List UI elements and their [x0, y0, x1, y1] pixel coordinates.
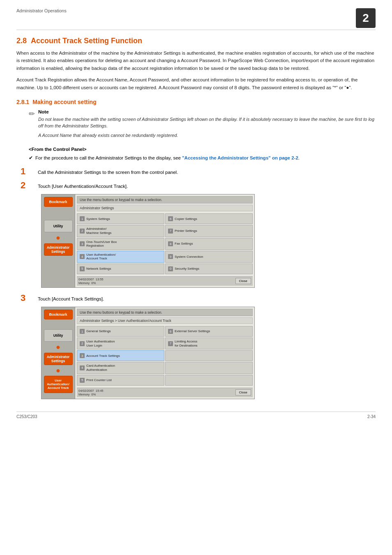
screen2-item-4-num: 4	[80, 365, 85, 370]
screen2-item-7-num: 7	[168, 341, 173, 346]
screen2-item-1-num: 1	[80, 329, 85, 334]
screen1-item-6[interactable]: 6 Copier Settings	[165, 213, 253, 224]
screen2-main: Use the menu buttons or keypad to make a…	[75, 307, 254, 398]
screen2-item-2-num: 2	[80, 341, 85, 346]
screen1-top-bar: Use the menu buttons or keypad to make a…	[77, 196, 253, 204]
subsection-number: 2.8.1	[16, 99, 29, 105]
bullet-text-after: .	[298, 155, 300, 160]
admin-settings-button[interactable]: Administrator Settings	[44, 243, 73, 256]
note-content: Note Do not leave the machine with the s…	[38, 109, 376, 141]
screen1-item-8-num: 8	[168, 241, 173, 246]
section-number: 2.8	[16, 37, 27, 45]
screen2-item-5[interactable]: 5 Print Counter List	[77, 375, 164, 386]
screen2-item-empty1	[165, 350, 253, 361]
screen1-item-7-text: Printer Settings	[175, 229, 197, 233]
step-1: 1 Call the Administrator Settings to the…	[21, 167, 376, 176]
screen2-item-7-text: Limiting Accessfor Destinations	[175, 340, 198, 347]
note-icon: ✏	[29, 110, 35, 118]
screen1-wrapper: Bookmark Utility ● Administrator Setting…	[41, 194, 376, 288]
screen1-bottom-bar: 04/02/2007 13:55Memory 0% Close	[77, 276, 253, 286]
screen1-item-3-num: 3	[80, 241, 85, 246]
screen2-item-3-text: Account Track Settings	[86, 354, 120, 358]
screen1-main: Use the menu buttons or keypad to make a…	[75, 194, 254, 287]
screen2-item-6-num: 6	[168, 329, 173, 334]
screen2-admin-button[interactable]: Administrator Settings	[44, 353, 73, 365]
screen2-item-6-text: External Server Settings	[175, 329, 210, 333]
subsection-title: Making account setting	[32, 99, 97, 105]
bookmark-button[interactable]: Bookmark	[44, 197, 73, 207]
bullet-link[interactable]: "Accessing the Administrator Settings" o…	[182, 155, 298, 160]
screen1-item-8-text: Fax Settings	[175, 242, 193, 246]
screen2-close-button[interactable]: Close	[235, 389, 251, 395]
note-text2: A Account Name that already exists canno…	[38, 132, 376, 139]
bullet-list: For the procedure to call the Administra…	[29, 154, 376, 162]
screen2-item-4[interactable]: 4 Card AuthenticationAuthentication	[77, 362, 164, 374]
screen1-item-3-text: One-Touch/User BoxRegistration	[86, 240, 117, 248]
sidebar-dot2: ●	[56, 344, 60, 350]
screen1-item-2-num: 2	[80, 229, 85, 234]
screen1-item-0[interactable]: 0 Security Settings	[165, 264, 253, 274]
screen1-item-7-num: 7	[168, 229, 173, 234]
screen1-item-1[interactable]: 1 System Settings	[77, 213, 164, 224]
screen1-item-2-text: Administrator/Machine Settings	[86, 227, 111, 235]
step-1-number: 1	[21, 167, 33, 176]
screen2-bookmark-button[interactable]: Bookmark	[44, 310, 73, 319]
screen2-date: 04/02/2007 15:45Memory 0%	[78, 389, 104, 396]
screen2-grid: 1 General Settings 6 External Server Set…	[77, 325, 253, 386]
screen1-item-5-text: Network Settings	[86, 267, 111, 271]
screen1-date: 04/02/2007 13:55Memory 0%	[78, 278, 104, 285]
screen1-item-9-text: System Connection	[175, 255, 203, 259]
screen1-item-0-text: Security Settings	[175, 267, 199, 271]
footer-model: C253/C203	[16, 414, 37, 419]
bullet-text-before: For the procedure to call the Administra…	[35, 155, 182, 160]
screen1-item-4-text: User Authentication/Account Track	[86, 253, 116, 261]
section-body1: When access to the Administrator of the …	[16, 49, 376, 72]
screen1-item-4[interactable]: 4 User Authentication/Account Track	[77, 251, 164, 263]
screen2-item-4-text: Card AuthenticationAuthentication	[86, 364, 115, 372]
screen2-item-2[interactable]: 2 User AuthenticationUser Login	[77, 338, 164, 349]
screen2-item-1[interactable]: 1 General Settings	[77, 326, 164, 337]
screen1-close-button[interactable]: Close	[235, 278, 251, 284]
screen1-item-2[interactable]: 2 Administrator/Machine Settings	[77, 225, 164, 237]
note-text1: Do not leave the machine with the settin…	[38, 116, 376, 130]
utility-button[interactable]: Utility	[44, 220, 73, 232]
step-1-text: Call the Administrator Settings to the s…	[38, 167, 178, 176]
screen2-utility-button[interactable]: Utility	[44, 329, 73, 342]
screen2-item-5-num: 5	[80, 378, 85, 383]
screen2-item-empty3	[165, 375, 253, 386]
screen1-sidebar: Bookmark Utility ● Administrator Setting…	[42, 194, 75, 287]
screen2-item-7[interactable]: 7 Limiting Accessfor Destinations	[165, 338, 253, 349]
screen1-item-9[interactable]: 9 System Connection	[165, 251, 253, 263]
screen2-item-3[interactable]: 3 Account Track Settings	[77, 350, 164, 361]
step-2-text: Touch [User Authentication/Account Track…	[38, 181, 128, 190]
screen2-item-5-text: Print Counter List	[86, 378, 112, 382]
screen1-item-5[interactable]: 5 Network Settings	[77, 264, 164, 274]
screen2-item-3-num: 3	[80, 353, 85, 358]
screen2-bottom-bar: 04/02/2007 15:45Memory 0% Close	[77, 388, 253, 397]
page-footer: C253/C203 2-34	[16, 412, 376, 419]
screen2: Bookmark Utility ● Administrator Setting…	[41, 307, 255, 399]
page-header: Administrator Operations 2	[16, 8, 376, 30]
screen2-item-6[interactable]: 6 External Server Settings	[165, 326, 253, 337]
footer-page: 2-34	[367, 414, 376, 419]
screen1-item-4-num: 4	[80, 254, 85, 259]
screen2-item-empty2	[165, 362, 253, 374]
step-3: 3 Touch [Account Track Settings].	[21, 294, 376, 303]
screen1-item-7[interactable]: 7 Printer Settings	[165, 225, 253, 237]
step-3-number: 3	[21, 294, 33, 303]
screen2-item-2-text: User AuthenticationUser Login	[86, 340, 115, 347]
sidebar-dot3: ●	[56, 368, 60, 373]
screen1-item-8[interactable]: 8 Fax Settings	[165, 238, 253, 250]
screen1-item-6-text: Copier Settings	[175, 217, 197, 221]
chapter-badge: 2	[356, 8, 376, 28]
section-body2: Account Track Registration allows the Ac…	[16, 76, 376, 91]
section-heading: 2.8 Account Track Setting Function	[16, 37, 376, 45]
note-label: Note	[38, 109, 376, 114]
sidebar-dot1: ●	[56, 235, 60, 240]
screen2-user-auth-button[interactable]: User Authentication/ Account Track	[44, 376, 73, 393]
screen1-item-6-num: 6	[168, 216, 173, 221]
screen1-item-3[interactable]: 3 One-Touch/User BoxRegistration	[77, 238, 164, 250]
screen1: Bookmark Utility ● Administrator Setting…	[41, 194, 255, 288]
screen1-item-1-num: 1	[80, 216, 85, 221]
screen1-item-1-text: System Settings	[86, 217, 110, 221]
